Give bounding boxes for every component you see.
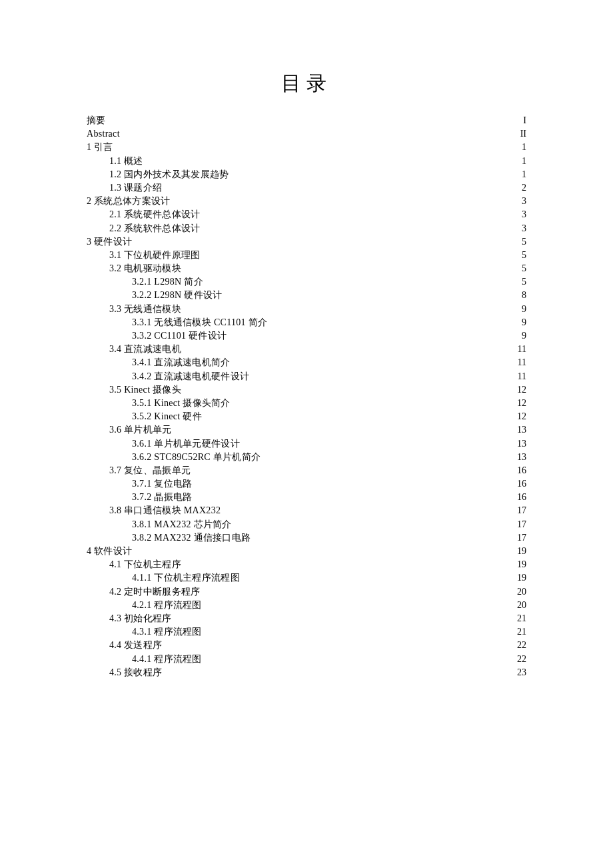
toc-entry-label: 3.4.1 直流减速电机简介	[132, 358, 231, 367]
toc-entry-label: 3.7.1 复位电路	[132, 479, 193, 489]
toc-entry-page: 21	[514, 614, 526, 623]
toc-entry-label: 4.2.1 程序流程图	[132, 601, 202, 610]
toc-entry-page: 12	[514, 399, 526, 408]
toc-entry: 4.2 定时中断服务程序20	[87, 587, 526, 597]
toc-entry: 3.6.2 STC89C52RC 单片机简介13	[87, 453, 526, 462]
toc-entry-page: 3	[514, 210, 526, 219]
toc-entry-page: 3	[514, 197, 526, 206]
toc-entry-label: 4.4.1 程序流程图	[132, 655, 202, 664]
toc-entry-label: 3.5.1 Kinect 摄像头简介	[132, 399, 231, 408]
toc-entry-page: 16	[514, 466, 526, 475]
toc-entry-page: 13	[514, 425, 526, 435]
toc-entry-label: 4.3 初始化程序	[109, 614, 172, 623]
toc-entry: 3.7 复位、晶振单元16	[87, 466, 526, 475]
toc-entry-page: 1	[514, 157, 526, 166]
toc-entry-page: 9	[514, 331, 526, 341]
toc-entry-label: 2.1 系统硬件总体设计	[109, 210, 201, 219]
toc-entry-page: 19	[514, 547, 526, 556]
toc-entry-page: 5	[514, 251, 526, 260]
toc-entry-label: 3.3 无线通信模块	[109, 305, 181, 314]
toc-entry: 3.3 无线通信模块9	[87, 305, 526, 314]
toc-entry: 3.3.2 CC1101 硬件设计9	[87, 331, 526, 341]
toc-entry: 3.8.2 MAX232 通信接口电路17	[87, 533, 526, 543]
toc-entry-label: 3.3.1 无线通信模块 CC1101 简介	[132, 318, 267, 327]
toc-entry-page: 16	[514, 493, 526, 502]
toc-entry-page: 5	[514, 237, 526, 247]
toc-entry-page: 19	[514, 560, 526, 569]
toc-entry-page: 11	[514, 358, 526, 367]
toc-entry-label: 1.3 课题介绍	[109, 183, 162, 193]
toc-entry: 3.8.1 MAX232 芯片简介17	[87, 520, 526, 529]
toc-entry-label: 3.3.2 CC1101 硬件设计	[132, 331, 227, 341]
toc-entry-page: 22	[514, 655, 526, 664]
toc-entry: 4.3 初始化程序21	[87, 614, 526, 623]
toc-entry-label: 3.5.2 Kinect 硬件	[132, 412, 202, 421]
toc-entry-page: 2	[514, 183, 526, 193]
toc-entry: 3.4.1 直流减速电机简介11	[87, 358, 526, 367]
toc-entry: 4 软件设计19	[87, 547, 526, 556]
toc-entry-page: 1	[514, 170, 526, 179]
toc-entry-page: I	[514, 116, 526, 125]
toc-entry: 3.5 Kinect 摄像头12	[87, 385, 526, 395]
toc-entry: 3.4 直流减速电机11	[87, 345, 526, 354]
toc-entry: 2.1 系统硬件总体设计3	[87, 210, 526, 219]
toc-entry: 1.2 国内外技术及其发展趋势1	[87, 170, 526, 179]
toc-entry-page: 12	[514, 412, 526, 421]
toc-entry: 3 硬件设计5	[87, 237, 526, 247]
toc-entry-page: 11	[514, 345, 526, 354]
toc-entry-label: 3.4 直流减速电机	[109, 345, 181, 354]
toc-entry: 3.6 单片机单元13	[87, 425, 526, 435]
toc-entry-page: 13	[514, 453, 526, 462]
toc-entry: 1.3 课题介绍2	[87, 183, 526, 193]
toc-entry-page: 1	[514, 143, 526, 152]
toc-entry: 3.6.1 单片机单元硬件设计13	[87, 439, 526, 449]
toc-entry: 1 引言1	[87, 143, 526, 152]
toc-entry: 4.1 下位机主程序19	[87, 560, 526, 569]
toc-entry: 4.4 发送程序22	[87, 641, 526, 650]
toc-entry: 3.2.2 L298N 硬件设计8	[87, 291, 526, 300]
toc-entry-label: 4 软件设计	[87, 547, 132, 556]
toc-entry-label: 1.1 概述	[109, 157, 143, 166]
toc-entry-label: 3.6 单片机单元	[109, 425, 172, 435]
toc-entry-page: 19	[514, 573, 526, 583]
toc-entry-label: 4.4 发送程序	[109, 641, 162, 650]
toc-entry-label: 3.6.1 单片机单元硬件设计	[132, 439, 240, 449]
toc-entry-page: 9	[514, 318, 526, 327]
toc-entry-page: 5	[514, 264, 526, 273]
toc-entry-page: 12	[514, 385, 526, 395]
toc-entry: 1.1 概述1	[87, 157, 526, 166]
toc-entry-page: 16	[514, 479, 526, 489]
document-page: 目录 摘要IAbstractII1 引言11.1 概述11.2 国内外技术及其发…	[0, 0, 613, 721]
toc-entry-label: 3.5 Kinect 摄像头	[109, 385, 181, 395]
toc-entry-label: 3.2 电机驱动模块	[109, 264, 181, 273]
toc-entry-page: 17	[514, 506, 526, 515]
toc-entry-label: 2 系统总体方案设计	[87, 197, 171, 206]
toc-entry-label: 3.2.2 L298N 硬件设计	[132, 291, 222, 300]
toc-entry-label: 3.4.2 直流减速电机硬件设计	[132, 372, 249, 381]
toc-entry-page: II	[514, 129, 526, 139]
toc-entry-page: 20	[514, 601, 526, 610]
toc-entry: 3.7.1 复位电路16	[87, 479, 526, 489]
toc-entry-page: 17	[514, 520, 526, 529]
toc-entry-page: 21	[514, 627, 526, 637]
toc-entry-label: 1 引言	[87, 143, 113, 152]
toc-entry-label: 3.6.2 STC89C52RC 单片机简介	[132, 453, 261, 462]
toc-entry-page: 11	[514, 372, 526, 381]
toc-entry-label: 3.2.1 L298N 简介	[132, 277, 203, 287]
toc-entry: 3.4.2 直流减速电机硬件设计11	[87, 372, 526, 381]
toc-entry: 3.2.1 L298N 简介5	[87, 277, 526, 287]
toc-entry-label: Abstract	[87, 129, 120, 139]
toc-entry-page: 3	[514, 224, 526, 233]
toc-entry: 4.1.1 下位机主程序流程图19	[87, 573, 526, 583]
toc-entry-label: 4.2 定时中断服务程序	[109, 587, 201, 597]
toc-entry-page: 23	[514, 668, 526, 677]
toc-entry-label: 4.3.1 程序流程图	[132, 627, 202, 637]
toc-entry-page: 9	[514, 305, 526, 314]
toc-entry: 3.2 电机驱动模块5	[87, 264, 526, 273]
toc-entry: 2 系统总体方案设计3	[87, 197, 526, 206]
toc-entry-label: 3.1 下位机硬件原理图	[109, 251, 201, 260]
toc-entry: 2.2 系统软件总体设计3	[87, 224, 526, 233]
table-of-contents: 摘要IAbstractII1 引言11.1 概述11.2 国内外技术及其发展趋势…	[87, 116, 526, 677]
toc-entry-label: 4.1 下位机主程序	[109, 560, 181, 569]
toc-entry-label: 3 硬件设计	[87, 237, 132, 247]
